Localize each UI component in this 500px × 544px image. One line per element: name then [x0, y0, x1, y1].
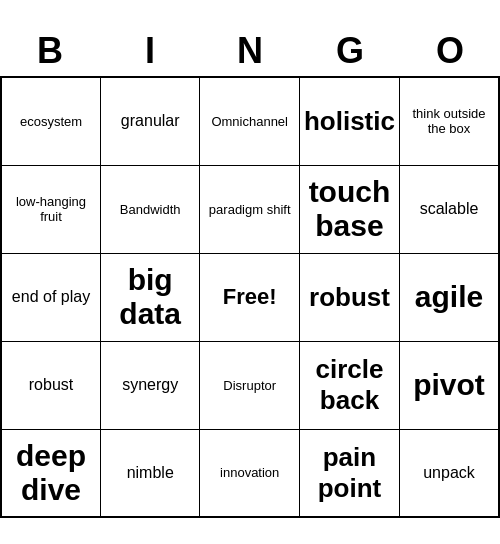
table-row: robustsynergyDisruptorcircle backpivot	[1, 341, 499, 429]
bingo-grid: ecosystemgranularOmnichannelholisticthin…	[0, 76, 500, 518]
bingo-cell: Free!	[200, 253, 300, 341]
bingo-cell: synergy	[100, 341, 199, 429]
bingo-cell: granular	[100, 77, 199, 165]
header-letter: B	[0, 26, 100, 76]
table-row: deep divenimbleinnovationpain pointunpac…	[1, 429, 499, 517]
bingo-cell: pain point	[299, 429, 399, 517]
bingo-cell: nimble	[100, 429, 199, 517]
table-row: ecosystemgranularOmnichannelholisticthin…	[1, 77, 499, 165]
bingo-cell: unpack	[399, 429, 499, 517]
bingo-header: BINGO	[0, 26, 500, 76]
bingo-cell: think outside the box	[399, 77, 499, 165]
header-letter: G	[300, 26, 400, 76]
bingo-cell: ecosystem	[1, 77, 100, 165]
bingo-cell: holistic	[299, 77, 399, 165]
bingo-cell: robust	[1, 341, 100, 429]
bingo-cell: Bandwidth	[100, 165, 199, 253]
bingo-cell: innovation	[200, 429, 300, 517]
bingo-cell: robust	[299, 253, 399, 341]
bingo-cell: end of play	[1, 253, 100, 341]
bingo-cell: scalable	[399, 165, 499, 253]
header-letter: O	[400, 26, 500, 76]
table-row: end of playbig dataFree!robustagile	[1, 253, 499, 341]
header-letter: I	[100, 26, 200, 76]
bingo-cell: touch base	[299, 165, 399, 253]
bingo-cell: big data	[100, 253, 199, 341]
table-row: low-hanging fruitBandwidthparadigm shift…	[1, 165, 499, 253]
bingo-cell: Disruptor	[200, 341, 300, 429]
header-letter: N	[200, 26, 300, 76]
bingo-cell: paradigm shift	[200, 165, 300, 253]
bingo-cell: agile	[399, 253, 499, 341]
bingo-cell: pivot	[399, 341, 499, 429]
bingo-cell: deep dive	[1, 429, 100, 517]
bingo-cell: low-hanging fruit	[1, 165, 100, 253]
bingo-cell: Omnichannel	[200, 77, 300, 165]
bingo-card: BINGO ecosystemgranularOmnichannelholist…	[0, 26, 500, 518]
bingo-cell: circle back	[299, 341, 399, 429]
